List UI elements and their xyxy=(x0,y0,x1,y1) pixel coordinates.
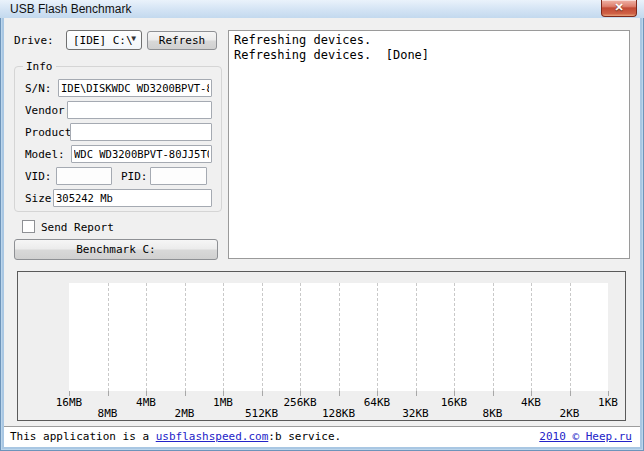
chart-gridline xyxy=(570,283,571,391)
close-button[interactable]: ✕ xyxy=(601,0,637,17)
chevron-down-icon: ▼ xyxy=(131,34,136,43)
chart-x-label: 4KB xyxy=(521,396,541,409)
vid-field[interactable] xyxy=(56,167,112,185)
drive-label: Drive: xyxy=(14,34,54,47)
chart-gridline xyxy=(531,283,532,391)
sn-label: S/N: xyxy=(25,82,52,95)
chart-x-labels: 16MB8MB4MB2MB1MB512KB256KB128KB64KB32KB1… xyxy=(69,396,608,420)
chart-gridline xyxy=(146,283,147,391)
size-field[interactable] xyxy=(53,189,212,207)
chart-x-label: 2KB xyxy=(560,407,580,420)
chart-x-label: 64KB xyxy=(364,396,391,409)
vendor-field[interactable] xyxy=(67,101,212,119)
chart-x-label: 2MB xyxy=(175,407,195,420)
copyright-link[interactable]: 2010 © Heep.ru xyxy=(539,430,632,443)
status-text: This application is a usbflashspeed.com:… xyxy=(10,430,341,443)
chart-x-label: 512KB xyxy=(245,407,278,420)
window-title: USB Flash Benchmark xyxy=(10,2,131,16)
chart-x-label: 256KB xyxy=(283,396,316,409)
chart-x-label: 128KB xyxy=(322,407,355,420)
chart-x-label: 16KB xyxy=(441,396,468,409)
model-field[interactable] xyxy=(71,145,212,163)
status-text-prefix: This application is a xyxy=(10,430,156,443)
chart-gridline xyxy=(454,283,455,391)
chart-gridline xyxy=(493,283,494,391)
chart-gridline xyxy=(223,283,224,391)
chart-x-label: 8MB xyxy=(98,407,118,420)
chart-gridline xyxy=(185,283,186,391)
drive-dropdown[interactable]: [IDE] C:\ ▼ xyxy=(66,30,142,50)
status-bar: This application is a usbflashspeed.com:… xyxy=(4,426,640,447)
chart-x-label: 32KB xyxy=(402,407,429,420)
log-output[interactable]: Refreshing devices. Refreshing devices. … xyxy=(228,30,630,259)
chart-gridline xyxy=(300,283,301,391)
refresh-button[interactable]: Refresh xyxy=(147,31,217,50)
chart-x-label: 1MB xyxy=(213,396,233,409)
product-field[interactable] xyxy=(70,123,212,141)
send-report-label: Send Report xyxy=(41,221,114,234)
chart-x-label: 1KB xyxy=(598,396,618,409)
chart-plot xyxy=(69,283,608,391)
vendor-label: Vendor: xyxy=(25,104,71,117)
title-bar[interactable]: USB Flash Benchmark ✕ xyxy=(0,0,644,18)
info-groupbox: Info S/N: Vendor: Product: Model: VID: P… xyxy=(14,66,222,212)
status-text-suffix: :b service. xyxy=(268,430,341,443)
chart-gridline xyxy=(377,283,378,391)
pid-field[interactable] xyxy=(150,167,207,185)
chart-gridline xyxy=(339,283,340,391)
sn-field[interactable] xyxy=(58,79,212,97)
info-group-title: Info xyxy=(23,60,56,73)
chart-x-label: 4MB xyxy=(136,396,156,409)
benchmark-button[interactable]: Benchmark C: xyxy=(14,239,218,260)
usbflashspeed-link[interactable]: usbflashspeed.com xyxy=(156,430,269,443)
chart-gridline xyxy=(416,283,417,391)
log-line: Refreshing devices. [Done] xyxy=(234,48,624,63)
app-window: USB Flash Benchmark ✕ Drive: [IDE] C:\ ▼… xyxy=(0,0,644,451)
drive-dropdown-value: [IDE] C:\ xyxy=(73,34,133,47)
model-label: Model: xyxy=(25,148,65,161)
vid-label: VID: xyxy=(25,170,52,183)
chart-x-label: 8KB xyxy=(483,407,503,420)
send-report-checkbox[interactable] xyxy=(22,220,35,233)
pid-label: PID: xyxy=(121,170,148,183)
chart-gridline xyxy=(108,283,109,391)
chart-gridline xyxy=(262,283,263,391)
client-area: Drive: [IDE] C:\ ▼ Refresh Info S/N: Ven… xyxy=(4,18,640,447)
chart-x-label: 16MB xyxy=(56,396,83,409)
close-icon: ✕ xyxy=(614,1,623,13)
log-line: Refreshing devices. xyxy=(234,33,624,48)
benchmark-chart: 16MB8MB4MB2MB1MB512KB256KB128KB64KB32KB1… xyxy=(17,271,626,421)
